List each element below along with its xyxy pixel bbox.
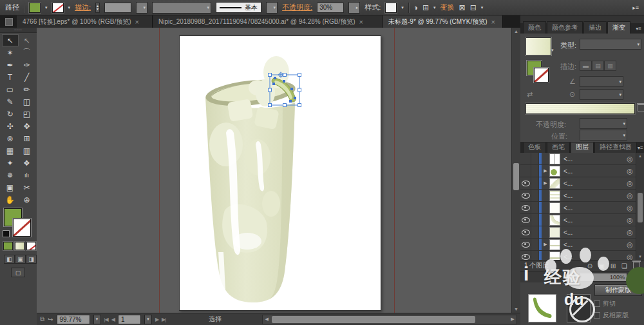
lock-cell[interactable] xyxy=(531,226,539,238)
stroke-weight-value[interactable] xyxy=(104,3,131,13)
gradient-type-dropdown[interactable]: ▾ xyxy=(580,39,641,50)
layer-name[interactable]: <... xyxy=(560,180,625,187)
gradient-tool[interactable]: ▥ xyxy=(19,144,35,157)
layer-thumbnail[interactable] xyxy=(549,251,560,261)
panel-tab-渐变[interactable]: 渐变 xyxy=(607,21,630,34)
mask-thumbnail[interactable] xyxy=(567,294,591,322)
layer-row[interactable]: ▶<...◎ xyxy=(520,177,644,190)
gradient-swatch[interactable] xyxy=(526,37,551,55)
type-tool[interactable]: T xyxy=(2,71,19,83)
visibility-cell[interactable] xyxy=(520,226,531,238)
layer-thumbnail[interactable] xyxy=(549,166,560,177)
style-dropdown-icon[interactable]: ▾ xyxy=(401,5,404,10)
make-clip-mask-icon[interactable]: ▣ xyxy=(598,262,604,270)
draw-inside-icon[interactable]: ◨ xyxy=(26,255,37,264)
lasso-tool[interactable]: ⌒ xyxy=(19,46,35,59)
align-icon[interactable]: ⊞ xyxy=(422,4,429,12)
zoom-level-field[interactable]: 99.77% xyxy=(57,315,90,324)
document-tab[interactable]: Nipic_20180988_20171119094708245000.ai* … xyxy=(153,15,383,28)
guide-line-right[interactable] xyxy=(394,28,395,313)
free-transform-tool[interactable]: ✥ xyxy=(19,120,35,132)
target-circle-icon[interactable]: ◎ xyxy=(625,179,635,188)
scroll-down-icon[interactable]: ▼ xyxy=(512,306,520,313)
control-panel-menu-icon[interactable]: ▸≡ xyxy=(632,4,639,12)
fill-color-swatch[interactable] xyxy=(29,3,41,13)
last-artboard-icon[interactable]: ▶| xyxy=(162,317,166,322)
layer-row[interactable]: ▶<...◎ xyxy=(520,165,644,177)
layer-thumbnail[interactable] xyxy=(549,202,560,213)
artboard[interactable] xyxy=(179,35,381,311)
visibility-cell[interactable] xyxy=(520,251,531,260)
layer-name[interactable]: <... xyxy=(560,229,625,236)
visibility-cell[interactable] xyxy=(520,177,531,189)
transform-link[interactable]: 变换 xyxy=(440,3,455,12)
panel-menu-icon[interactable]: ▾≡ xyxy=(636,26,641,32)
layer-name[interactable]: <... xyxy=(560,192,625,199)
recolor-artwork-icon[interactable]: ◑ xyxy=(413,4,418,12)
layer-name[interactable]: <... xyxy=(560,204,625,212)
expand-triangle-icon[interactable]: ▶ xyxy=(542,181,549,186)
align-dropdown-icon[interactable]: ▾ xyxy=(433,5,436,10)
color-button[interactable] xyxy=(3,242,13,250)
layer-name[interactable]: <... xyxy=(560,253,625,261)
close-tab-icon[interactable]: × xyxy=(359,18,363,26)
layer-row[interactable]: <...◎ xyxy=(520,226,644,239)
clip-checkbox[interactable]: 剪切 xyxy=(594,299,616,308)
fill-dropdown-icon[interactable]: ▾ xyxy=(45,5,48,10)
new-layer-icon[interactable]: ❏ xyxy=(621,262,627,270)
target-circle-icon[interactable]: ◎ xyxy=(625,167,635,175)
panel-tab-描边[interactable]: 描边 xyxy=(583,21,607,34)
scroll-up-icon[interactable]: ▲ xyxy=(512,28,520,35)
opacity-dropdown[interactable]: ▸ xyxy=(348,2,360,14)
layer-row[interactable]: <...◎ xyxy=(520,190,644,202)
panel-tab-颜色[interactable]: 颜色 xyxy=(523,21,546,34)
first-artboard-icon[interactable]: |◀ xyxy=(104,317,108,322)
default-fill-stroke-icon[interactable] xyxy=(3,230,10,237)
layer-thumbnail[interactable] xyxy=(549,153,560,164)
canvas-horizontal-scrollbar[interactable]: ◀ ▶ xyxy=(262,315,517,324)
layer-thumbnail[interactable] xyxy=(549,239,560,250)
target-circle-icon[interactable]: ◎ xyxy=(625,228,635,237)
lock-cell[interactable] xyxy=(531,202,539,213)
stroke-across-icon[interactable]: ▥ xyxy=(604,61,616,71)
opacity-value[interactable]: 30% xyxy=(317,3,344,13)
expand-triangle-icon[interactable]: ▶ xyxy=(542,168,549,173)
draw-behind-icon[interactable]: ▣ xyxy=(15,255,26,264)
eyedropper-tool[interactable]: ✦ xyxy=(2,157,19,169)
target-circle-icon[interactable]: ◎ xyxy=(625,204,635,212)
layer-thumbnail[interactable] xyxy=(549,227,560,238)
target-circle-icon[interactable]: ◎ xyxy=(625,216,635,224)
visibility-cell[interactable] xyxy=(520,239,531,250)
layer-name[interactable]: <... xyxy=(560,241,625,248)
aspect-ratio-dropdown[interactable]: ▾ xyxy=(580,89,623,100)
visibility-cell[interactable] xyxy=(520,190,531,201)
layer-thumbnail[interactable] xyxy=(549,178,560,189)
artboard-number-field[interactable]: 1 xyxy=(118,315,141,324)
column-graph-tool[interactable]: ılı xyxy=(19,169,35,181)
pencil-tool[interactable]: ✎ xyxy=(2,95,19,108)
checkbox-icon[interactable] xyxy=(594,300,600,307)
guide-line-left[interactable] xyxy=(159,28,160,313)
layer-name[interactable]: <... xyxy=(560,155,625,162)
panel-menu-icon[interactable]: ▾≡ xyxy=(638,145,643,151)
blend-tool[interactable]: ❖ xyxy=(19,157,35,169)
slice-tool[interactable]: ✂ xyxy=(19,181,35,193)
stroke-weight-label[interactable]: 描边: xyxy=(75,3,91,12)
angle-dropdown[interactable]: ▾ xyxy=(580,76,623,87)
shape-mode-icon[interactable]: ⊠ xyxy=(459,4,466,12)
layer-row[interactable]: <...◎ xyxy=(520,251,644,260)
invert-mask-checkbox[interactable]: 反相蒙版 xyxy=(594,311,629,320)
target-circle-icon[interactable]: ◎ xyxy=(625,253,635,261)
delete-stop-icon[interactable] xyxy=(638,104,644,112)
line-segment-tool[interactable]: ╱ xyxy=(19,71,35,83)
expand-triangle-icon[interactable]: ▶ xyxy=(542,242,549,247)
draw-normal-icon[interactable]: ◧ xyxy=(4,255,15,264)
vertical-scroll-thumb[interactable] xyxy=(513,163,519,190)
layers-scroll-thumb[interactable] xyxy=(638,193,643,222)
lock-cell[interactable] xyxy=(531,165,539,177)
brush-definition-dropdown[interactable]: 基本 xyxy=(216,2,261,13)
gradient-stroke-proxy[interactable] xyxy=(534,68,549,83)
eraser-tool[interactable]: ◫ xyxy=(19,95,35,108)
zoom-tool[interactable]: ⊕ xyxy=(19,193,35,206)
stop-opacity-dropdown[interactable]: ▾ xyxy=(580,118,627,129)
